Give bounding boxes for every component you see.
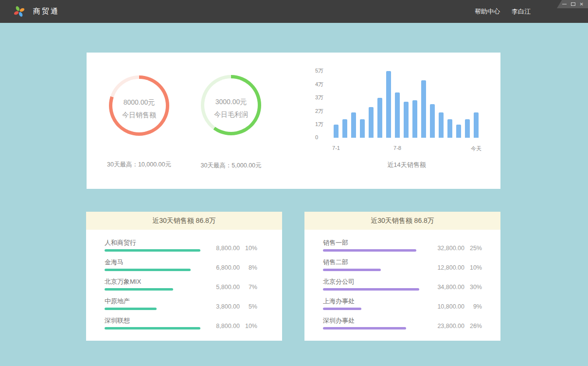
sales-chart-caption: 近14天销售额 — [334, 161, 480, 169]
today-sales-donut: 8000.00元 今日销售额 — [109, 75, 169, 136]
sales-bar-day-16 — [465, 119, 470, 138]
rank-row-name: 深圳联想 — [105, 316, 130, 325]
rank-row-values: 6,800.008% — [200, 264, 257, 271]
help-center-link[interactable]: 帮助中心 — [475, 7, 500, 16]
sales-bar-day-13 — [439, 112, 444, 138]
today-profit-donut: 3000.00元 今日毛利润 — [201, 75, 261, 135]
rank-row-name: 深圳办事处 — [323, 316, 355, 325]
today-sales-donut-center: 8000.00元 今日销售额 — [112, 79, 166, 132]
rank-row-amount: 34,800.00 — [425, 284, 464, 291]
rank-row-name: 金海马 — [105, 258, 124, 267]
rank-row-bar — [323, 269, 381, 271]
close-icon[interactable]: ✕ — [580, 2, 584, 7]
y-axis-label: 1万 — [315, 121, 323, 128]
rank-row-percent: 10% — [240, 323, 257, 329]
rank-row-name: 北京万象MIX — [105, 277, 141, 286]
rank-row-bar — [105, 327, 200, 329]
rank-row-amount: 32,800.00 — [425, 245, 464, 252]
customer-rank-title: 近30天销售额 86.8万 — [86, 212, 282, 230]
user-menu[interactable]: 李白江 — [512, 7, 531, 16]
y-axis-label: 5万 — [315, 67, 323, 74]
today-sales-value: 8000.00元 — [122, 98, 156, 107]
rank-row: 深圳联想8,800.0010% — [105, 316, 257, 336]
sales-bar-day-15 — [456, 125, 461, 138]
rank-row-bar — [323, 308, 361, 310]
minimize-icon[interactable] — [562, 4, 567, 4]
sales-bar-day-7 — [386, 71, 391, 138]
rank-row-bar — [323, 327, 406, 329]
app-logo-pinwheel-icon — [13, 5, 25, 18]
rank-row-amount: 5,800.00 — [200, 284, 240, 291]
rank-row-name: 销售二部 — [323, 258, 348, 267]
sales-bar-day-14 — [447, 119, 452, 138]
sales-bar-day-8 — [395, 92, 400, 138]
rank-row-percent: 5% — [240, 303, 257, 310]
sales-bar-day-6 — [377, 98, 382, 138]
y-axis-label: 0 — [315, 134, 318, 140]
rank-row-percent: 7% — [240, 284, 257, 291]
sales-bar-day-12 — [430, 104, 435, 138]
sales-bar-plot — [334, 71, 480, 138]
rank-row-bar — [105, 249, 200, 252]
sales-bar-day-5 — [369, 107, 374, 138]
y-axis-label: 3万 — [315, 94, 323, 101]
sales-bar-day-10 — [412, 100, 417, 138]
x-axis-label: 今天 — [471, 145, 481, 152]
customer-rank-list: 人和商贸行8,800.0010%金海马6,800.008%北京万象MIX5,80… — [86, 230, 282, 336]
today-profit-30day-max: 30天最高：5,000.00元 — [172, 162, 290, 170]
rank-row-bar — [323, 249, 416, 252]
rank-row-bar — [105, 308, 157, 310]
rank-row-values: 23,800.0026% — [425, 323, 482, 329]
x-axis-label: 7-1 — [332, 145, 340, 151]
rank-row-bar — [105, 288, 173, 291]
department-rank-list: 销售一部32,800.0025%销售二部12,800.0010%北京分公司34,… — [304, 230, 500, 336]
rank-row-percent: 26% — [464, 323, 482, 329]
today-profit-label: 今日毛利润 — [214, 110, 248, 119]
y-axis-label: 4万 — [315, 81, 323, 88]
y-axis-label: 2万 — [315, 108, 323, 115]
rank-row-percent: 25% — [464, 245, 482, 252]
rank-row-values: 3,800.005% — [200, 303, 257, 310]
x-axis-label: 7-8 — [393, 145, 401, 151]
rank-row-name: 北京分公司 — [323, 277, 355, 286]
rank-row: 上海办事处10,800.009% — [323, 297, 482, 316]
rank-row-values: 8,800.0010% — [200, 323, 257, 329]
sales-bar-day-4 — [360, 119, 365, 138]
customer-rank-panel: 近30天销售额 86.8万 人和商贸行8,800.0010%金海马6,800.0… — [86, 212, 282, 341]
rank-row-values: 12,800.0010% — [425, 264, 482, 271]
rank-row-values: 5,800.007% — [200, 284, 257, 291]
overview-panel: 8000.00元 今日销售额 30天最高：10,000.00元 3000.00元… — [87, 53, 500, 189]
rank-row-amount: 23,800.00 — [425, 323, 464, 329]
rank-row-amount: 8,800.00 — [200, 323, 240, 329]
sales-bar-day-9 — [404, 102, 409, 138]
titlebar-menu: 帮助中心 李白江 — [475, 0, 531, 23]
sales-bar-day-17 — [474, 112, 479, 138]
app-title: 商贸通 — [33, 0, 59, 23]
sales-chart-x-axis: 7-17-8今天 — [334, 145, 480, 152]
rank-row: 人和商贸行8,800.0010% — [105, 238, 257, 258]
rank-row-amount: 10,800.00 — [425, 303, 464, 310]
rank-row-values: 34,800.0030% — [425, 284, 482, 291]
today-sales-label: 今日销售额 — [122, 111, 156, 120]
rank-row: 销售一部32,800.0025% — [323, 238, 482, 258]
department-rank-title: 近30天销售额 86.8万 — [304, 212, 500, 230]
rank-row: 北京万象MIX5,800.007% — [105, 277, 257, 297]
rank-row: 深圳办事处23,800.0026% — [323, 316, 482, 336]
rank-row-amount: 6,800.00 — [200, 264, 240, 271]
rank-row-name: 人和商贸行 — [105, 238, 136, 247]
maximize-icon[interactable] — [571, 2, 575, 6]
rank-row-values: 32,800.0025% — [425, 245, 482, 252]
sales-bar-day-3 — [351, 112, 356, 138]
rank-row: 中原地产3,800.005% — [105, 297, 257, 316]
rank-row-percent: 8% — [240, 264, 257, 271]
rank-row-bar — [105, 269, 191, 271]
sales-bar-day-2 — [342, 119, 347, 138]
titlebar: 商贸通 帮助中心 李白江 ✕ — [0, 0, 588, 23]
rank-row-amount: 3,800.00 — [200, 303, 240, 310]
rank-row-percent: 10% — [464, 264, 482, 271]
rank-row-name: 销售一部 — [323, 238, 348, 247]
rank-row-values: 8,800.0010% — [200, 245, 257, 252]
rank-row-values: 10,800.009% — [425, 303, 482, 310]
rank-row: 销售二部12,800.0010% — [323, 258, 482, 277]
rank-row-percent: 9% — [464, 303, 482, 310]
